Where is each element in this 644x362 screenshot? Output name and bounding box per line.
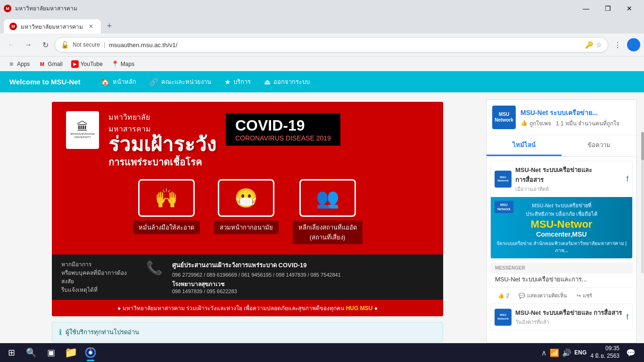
fb-messenger-label: MESSENGER <box>490 263 633 273</box>
taskbar-clock[interactable]: 09:35 4 มิ.ย. 2563 <box>590 345 619 360</box>
address-bar[interactable]: 🔓 Not secure | msuauthen.msu.ac.th/v1/ 🔑… <box>55 37 608 52</box>
msu-badge: MSUNetwork <box>495 201 513 213</box>
nav-faculty-label: คณะและหน่วยงาน <box>161 77 211 87</box>
phone-icon: 📞 <box>146 260 163 276</box>
fb-page-header: MSUNetwork MSU-Net ระบบเครือข่าย... 👍 ถู… <box>487 100 636 135</box>
fb-page-name[interactable]: MSU-Net ระบบเครือข่าย... <box>520 107 631 118</box>
security-label: Not secure <box>73 41 100 48</box>
distance-icon-circle: 👥 <box>299 179 356 217</box>
fb-page-logo: MSUNetwork <box>492 106 516 129</box>
close-button[interactable]: ✕ <box>619 0 640 16</box>
nav-logout[interactable]: ⏏ ออกจากระบบ <box>257 71 316 92</box>
university-name-th: มหาวิทยาลัยมหาสารคาม <box>108 111 216 135</box>
fb-like-button[interactable]: 👍 2 <box>494 289 513 302</box>
fb-comment-button[interactable]: 💬 แสดงความคิดเห็น <box>515 289 571 302</box>
bookmark-maps[interactable]: 📍 Maps <box>107 58 138 70</box>
tab-message[interactable]: ข้อความ <box>561 135 636 156</box>
tab-favicon: M <box>4 5 11 12</box>
fb-tabs: ไทม์ไลน์ ข้อความ <box>487 135 636 157</box>
banner-icons-row: 🙌 หมั่นล้างมือให้สะอาด 😷 สวมหน้ากากอนามั… <box>66 179 429 244</box>
hospital-phone: 098 1497839 / 095 6622283 <box>172 288 341 294</box>
new-tab-button[interactable]: + <box>103 19 116 33</box>
back-button[interactable]: ← <box>4 37 19 52</box>
hug-text: HUG MSU <box>346 305 373 312</box>
bookmark-gmail[interactable]: M Gmail <box>34 58 66 70</box>
taskbar-file-explorer[interactable]: 📁 <box>61 343 80 362</box>
covid-box: COVID-19 CORONAVIRUS DISEASE 2019 <box>226 113 340 146</box>
nav-faculty[interactable]: 🔗 คณะและหน่วยงาน <box>143 71 218 92</box>
taskbar-right: ∧ 📶 🔊 ENG 09:35 4 มิ.ย. 2563 💬 <box>541 345 642 360</box>
bookmark-youtube[interactable]: ▶ YouTube <box>67 58 107 70</box>
search-button[interactable]: 🔍 <box>22 343 41 362</box>
faculty-icon: 🔗 <box>149 78 158 86</box>
hospital: โรงพยาบาลสุขภาเวช <box>172 280 341 288</box>
menu-button[interactable]: ⋮ <box>610 37 625 52</box>
youtube-icon: ▶ <box>71 60 79 68</box>
task-view-button[interactable]: ▣ <box>41 343 60 362</box>
main-content: 🏛 MAHASARAKHAMUNIVERSITY มหาวิทยาลัยมหาส… <box>0 92 644 343</box>
url-text: msuauthen.msu.ac.th/v1/ <box>109 41 177 49</box>
fb-post-1-meta: MSU-Net ระบบเครือข่ายและการสื่อสาร เมื่อ… <box>515 165 623 193</box>
profile-button[interactable]: 👤 <box>627 38 640 51</box>
logout-icon: ⏏ <box>264 78 271 86</box>
forward-button[interactable]: → <box>21 37 36 52</box>
network-icon[interactable]: 📶 <box>550 348 559 357</box>
fb-messenger-name[interactable]: MSU-Net ระบบเครือข่ายและการ... <box>490 273 633 287</box>
distance-icon-item: 👥 หลีกเลี่ยงสถานที่แออัด(สถานที่เสี่ยง) <box>293 179 363 244</box>
fb-post-1: MSUNetwork MSU-Net ระบบเครือข่ายและการสื… <box>490 161 633 259</box>
nav-home-label: หน้าหลัก <box>113 77 136 87</box>
like-icon: 👍 <box>520 120 528 126</box>
active-tab[interactable]: M มหาวิทยาลัยมหาสารคาม ✕ <box>4 19 101 33</box>
nav-bar: ← → ↻ 🔓 Not secure | msuauthen.msu.ac.th… <box>0 33 644 56</box>
covid-title: COVID-19 <box>235 117 331 134</box>
key-icon[interactable]: 🔑 <box>585 41 593 49</box>
nav-services[interactable]: ★ บริการ <box>218 71 257 92</box>
nav-home[interactable]: 🏠 หน้าหลัก <box>94 71 143 92</box>
taskbar-apps: 📁 <box>61 343 100 362</box>
taskbar-chrome[interactable] <box>81 343 100 362</box>
star-icon[interactable]: ☆ <box>596 41 602 49</box>
wash-icon-item: 🙌 หมั่นล้างมือให้สะอาด <box>133 179 200 244</box>
msu-topnav: Welcome to MSU-Net 🏠 หน้าหลัก 🔗 คณะและหน… <box>0 71 644 92</box>
tab-title: มหาวิทยาลัยมหาสารคาม <box>15 4 77 13</box>
reload-button[interactable]: ↻ <box>38 37 53 52</box>
alert-icon: ℹ <box>59 328 62 337</box>
banner-contact-info: ศูนย์ประสานงานเฝ้าระวังการแพร่ระบาด COVI… <box>172 260 341 294</box>
bookmarks-bar: ⊞ Apps M Gmail ▶ YouTube 📍 Maps <box>0 56 644 71</box>
tray-chevron[interactable]: ∧ <box>541 348 547 357</box>
fb-post-1-author: MSU-Net ระบบเครือข่ายและการสื่อสาร <box>515 165 623 185</box>
notification-button[interactable]: 💬 <box>623 345 638 360</box>
maximize-button[interactable]: ❐ <box>597 0 619 16</box>
fb-page-like: 👍 ถูกใจเพจ 1.1 หมื่น จำนวนคนที่ถูกใจ <box>520 119 631 128</box>
fb-post-2-time: วันอังคารที่แล้ว <box>515 318 623 326</box>
fb-posts: MSUNetwork MSU-Net ระบบเครือข่ายและการสื… <box>487 157 636 343</box>
fb-post-1-icon: f <box>627 175 628 183</box>
apps-icon: ⊞ <box>8 60 15 68</box>
fb-post-2-avatar: MSUNetwork <box>495 309 512 326</box>
mask-label: สวมหน้ากากอนามัย <box>214 221 279 234</box>
system-tray: ∧ 📶 🔊 ENG <box>541 348 586 357</box>
minimize-button[interactable]: — <box>575 0 597 16</box>
banner-subtitle: การแพร่ระบาดเชื้อโรค <box>108 155 216 170</box>
comment-icon: 💬 <box>519 293 525 299</box>
fb-share-button[interactable]: ↪ แชร์ <box>573 289 596 302</box>
center-name: ศูนย์ประสานงานเฝ้าระวังการแพร่ระบาด COVI… <box>172 260 341 270</box>
home-icon: 🏠 <box>101 78 110 86</box>
banner-top: 🏛 MAHASARAKHAMUNIVERSITY มหาวิทยาลัยมหาส… <box>52 102 443 255</box>
language-indicator[interactable]: ENG <box>574 349 586 356</box>
youtube-label: YouTube <box>81 61 103 67</box>
taskbar: ⊞ 🔍 ▣ 📁 ∧ 📶 🔊 ENG 09:35 4 มิ.ย. 2563 <box>0 343 644 362</box>
tab-close-button[interactable]: ✕ <box>87 22 95 31</box>
tab-timeline[interactable]: ไทม์ไลน์ <box>487 135 561 156</box>
facebook-widget: MSUNetwork MSU-Net ระบบเครือข่าย... 👍 ถู… <box>486 99 637 343</box>
fb-post-1-avatar: MSUNetwork <box>495 171 512 188</box>
services-icon: ★ <box>224 78 231 86</box>
university-logo: 🏛 MAHASARAKHAMUNIVERSITY <box>66 111 99 149</box>
mask-icon-circle: 😷 <box>218 179 274 217</box>
bookmark-apps[interactable]: ⊞ Apps <box>4 58 33 70</box>
mask-icon-item: 😷 สวมหน้ากากอนามัย <box>214 179 279 244</box>
banner-footer: ● มหาวิทยาลัยมหาสารคาม ร่วมเฝ้าระวังและห… <box>52 300 443 316</box>
svg-point-2 <box>89 351 92 354</box>
start-button[interactable]: ⊞ <box>2 343 21 362</box>
volume-icon[interactable]: 🔊 <box>562 348 571 357</box>
